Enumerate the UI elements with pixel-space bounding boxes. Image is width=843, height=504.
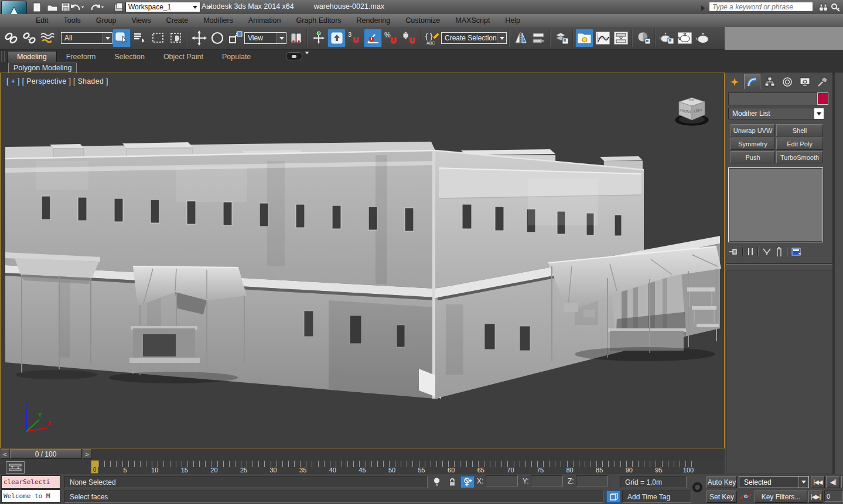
set-key-donut-icon[interactable]	[692, 482, 702, 492]
viewcube[interactable]: TOP FRONT LEFT	[673, 93, 711, 127]
rectangular-selection-region-button[interactable]	[149, 29, 167, 47]
key-subset-dropdown[interactable]: Selected	[739, 476, 809, 488]
select-and-rotate-button[interactable]	[208, 29, 226, 47]
select-and-manipulate-button[interactable]	[309, 29, 327, 47]
selection-lock-icon[interactable]	[445, 476, 459, 488]
select-object-button[interactable]	[112, 29, 131, 47]
coord-y-input[interactable]	[531, 475, 563, 486]
playhead[interactable]: 0	[91, 460, 98, 474]
mirror-button[interactable]	[511, 29, 530, 47]
coord-z-input[interactable]	[576, 475, 608, 486]
go-to-start-button[interactable]: |◀◀	[811, 476, 825, 488]
menu-customize[interactable]: Customize	[398, 16, 448, 25]
motion-tab-icon[interactable]	[779, 74, 796, 90]
window-crossing-toggle[interactable]	[167, 29, 185, 47]
isolate-selection-lightbulb-icon[interactable]	[429, 476, 443, 488]
menu-rendering[interactable]: Rendering	[349, 16, 398, 25]
create-tab-icon[interactable]	[726, 74, 743, 90]
workspace-flyout-button[interactable]	[203, 2, 216, 12]
menu-create[interactable]: Create	[159, 16, 196, 25]
menu-graph-editors[interactable]: Graph Editors	[288, 16, 349, 25]
snap-toggle-3d[interactable]: 3	[346, 29, 364, 47]
remove-modifier-icon[interactable]	[775, 247, 783, 256]
schematic-view-button[interactable]	[612, 29, 630, 47]
menu-animation[interactable]: Animation	[241, 16, 289, 25]
coord-x-input[interactable]	[486, 475, 518, 486]
key-mode-toggle[interactable]: |◀▶|	[808, 491, 822, 503]
configure-modifier-sets-icon[interactable]	[791, 247, 802, 256]
align-button[interactable]	[530, 29, 548, 47]
ribbon-tab-populate[interactable]: Populate	[213, 52, 260, 62]
scene-explorer-button[interactable]	[575, 29, 593, 47]
edit-named-selection-sets-button[interactable]: { }ABC	[423, 29, 441, 47]
time-slider-next-button[interactable]: >	[83, 449, 91, 459]
select-and-move-button[interactable]	[190, 29, 208, 47]
selection-filter-dropdown[interactable]: All	[61, 32, 112, 44]
curve-editor-button[interactable]	[593, 29, 612, 47]
add-time-tag-icon[interactable]	[606, 491, 620, 503]
signin-key-icon[interactable]	[830, 2, 842, 13]
spinner-snap-toggle[interactable]	[400, 29, 418, 47]
search-input[interactable]	[709, 2, 813, 12]
utilities-tab-icon[interactable]	[814, 74, 831, 90]
polygon-modeling-panel-button[interactable]: Polygon Modeling	[8, 63, 77, 73]
menu-tools[interactable]: Tools	[56, 16, 88, 25]
perspective-viewport[interactable]: [ + ] [ Perspective ] [ Shaded ]	[0, 73, 725, 448]
menu-group[interactable]: Group	[88, 16, 124, 25]
render-production-button[interactable]	[694, 29, 712, 47]
mini-curve-editor-button[interactable]	[6, 461, 25, 474]
workspace-dropdown[interactable]: Workspace_1	[125, 2, 200, 12]
redo-button[interactable]	[90, 2, 105, 12]
unlink-selection-icon[interactable]	[20, 29, 38, 47]
undo-button[interactable]	[70, 2, 85, 12]
display-tab-icon[interactable]	[797, 74, 813, 90]
search-binoculars-icon[interactable]	[817, 2, 830, 13]
modifier-list-dropdown[interactable]: Modifier List	[728, 108, 824, 119]
rendered-frame-window-button[interactable]	[675, 29, 694, 47]
menu-modifiers[interactable]: Modifiers	[196, 16, 241, 25]
menu-views[interactable]: Views	[124, 16, 158, 25]
time-slider-prev-button[interactable]: <	[1, 449, 9, 459]
angle-snap-toggle[interactable]	[364, 29, 382, 47]
modify-tab-icon[interactable]	[744, 74, 760, 89]
reference-coordinate-dropdown[interactable]: View	[244, 32, 286, 44]
open-file-button[interactable]	[46, 2, 59, 12]
layer-manager-button[interactable]	[552, 29, 571, 47]
modifier-button-shell[interactable]: Shell	[776, 124, 823, 136]
pin-stack-icon[interactable]	[728, 247, 739, 256]
ribbon-tab-object-paint[interactable]: Object Paint	[154, 52, 213, 62]
time-slider-thumb[interactable]: 0 / 100	[10, 449, 81, 459]
object-color-swatch[interactable]	[817, 92, 828, 105]
project-folder-button[interactable]	[112, 2, 125, 12]
default-key-curve-icon[interactable]	[739, 491, 753, 503]
modifier-button-unwrap-uvw[interactable]: Unwrap UVW	[731, 124, 775, 136]
menu-edit[interactable]: Edit	[28, 16, 56, 25]
hierarchy-tab-icon[interactable]	[762, 74, 778, 90]
select-and-link-icon[interactable]	[2, 29, 20, 47]
keyboard-shortcut-override-toggle[interactable]	[327, 29, 346, 47]
material-editor-button[interactable]	[634, 29, 653, 47]
modifier-button-push[interactable]: Push	[731, 151, 775, 163]
ribbon-minimize-button[interactable]	[286, 52, 302, 60]
use-pivot-center-button[interactable]	[286, 29, 305, 47]
ribbon-tab-modeling[interactable]: Modeling	[7, 51, 57, 62]
object-name-field[interactable]	[728, 92, 817, 105]
infocenter-arrow-icon[interactable]	[701, 5, 705, 13]
menu-maxscript[interactable]: MAXScript	[448, 16, 497, 25]
key-filters-button[interactable]: Key Filters...	[755, 491, 807, 503]
modifier-stack-list[interactable]	[728, 167, 823, 242]
track-bar[interactable]: 0510152025303540455055606570758085909510…	[0, 460, 725, 475]
show-end-result-icon[interactable]	[747, 247, 754, 256]
make-unique-icon[interactable]	[762, 247, 772, 256]
percent-snap-toggle[interactable]: %	[382, 29, 400, 47]
select-by-name-button[interactable]	[131, 29, 149, 47]
auto-key-button[interactable]: Auto Key	[707, 476, 737, 488]
menu-help[interactable]: Help	[497, 16, 528, 25]
new-file-button[interactable]	[30, 2, 43, 12]
previous-frame-button[interactable]: ◀||	[826, 476, 840, 488]
add-time-tag-field[interactable]: Add Time Tag	[622, 491, 691, 503]
modifier-button-edit-poly[interactable]: Edit Poly	[776, 138, 823, 150]
select-and-scale-button[interactable]	[226, 29, 244, 47]
warehouse-model[interactable]	[1, 73, 724, 448]
maxscript-listener-line2[interactable]: Welcome to M	[1, 489, 60, 503]
